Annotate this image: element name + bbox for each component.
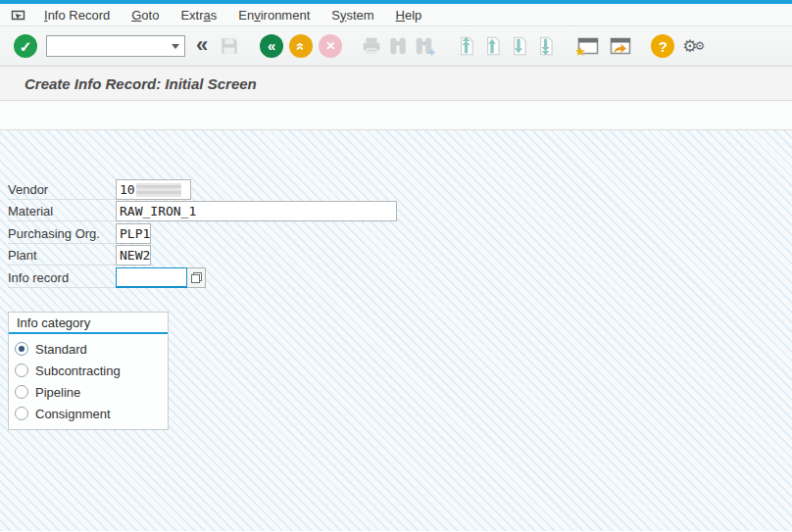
page-down-icon [508, 35, 529, 57]
command-field-wrap [46, 35, 185, 57]
question-mark-icon: ? [659, 39, 668, 54]
printer-icon [361, 35, 382, 57]
menu-goto[interactable]: Goto [121, 8, 170, 23]
purchasing-org-row: Purchasing Org. PLP1 [8, 223, 151, 244]
radio-pipeline[interactable] [15, 385, 28, 399]
gear-icon: ⚙ [682, 36, 694, 56]
menu-environment[interactable]: Environment [227, 8, 321, 23]
menu-system[interactable]: System [321, 8, 384, 23]
vendor-row: Vendor 10 [8, 179, 191, 200]
find-next-button[interactable] [414, 35, 435, 57]
option-subcontracting[interactable]: Subcontracting [15, 360, 162, 381]
find-button[interactable] [387, 35, 409, 57]
vendor-input[interactable]: 10 [116, 179, 191, 200]
first-page-icon [455, 35, 476, 57]
radio-consignment[interactable] [15, 407, 28, 420]
info-record-row: Info record [8, 267, 206, 288]
matchcode-button[interactable] [187, 267, 206, 288]
plant-row: Plant NEW2 [8, 245, 151, 266]
binoculars-plus-icon [414, 35, 435, 57]
next-page-button[interactable] [508, 35, 529, 57]
last-page-icon [534, 35, 556, 57]
material-row: Material RAW_IRON_1 [8, 201, 397, 221]
sap-window: Info Record Goto Extras Environment Syst… [0, 0, 792, 532]
possible-entries-icon [191, 272, 202, 283]
plant-label: Plant [8, 245, 116, 266]
title-bar: Create Info Record: Initial Screen [0, 67, 792, 101]
application-toolbar [0, 101, 792, 130]
info-category-title: Info category [9, 313, 168, 334]
option-consignment[interactable]: Consignment [15, 403, 162, 424]
vendor-label: Vendor [8, 179, 116, 200]
info-record-label: Info record [8, 267, 116, 288]
exit-chevrons-icon: « [294, 42, 309, 50]
redacted-value-block [136, 183, 181, 197]
gear-small-icon: ⚙ [695, 39, 703, 53]
save-button[interactable] [219, 35, 240, 57]
session-menu-icon[interactable] [8, 7, 29, 23]
system-toolbar: ✓ « « « ✕ [0, 26, 792, 67]
menu-bar: Info Record Goto Extras Environment Syst… [0, 4, 792, 26]
back-button[interactable]: « [260, 34, 283, 58]
purchasing-org-label: Purchasing Org. [8, 223, 116, 244]
exit-button[interactable]: « [289, 34, 313, 58]
option-standard[interactable]: Standard [15, 338, 162, 360]
page-up-icon [481, 35, 503, 57]
cancel-x-icon: ✕ [325, 40, 335, 52]
option-pipeline[interactable]: Pipeline [15, 381, 162, 403]
binoculars-icon [387, 35, 409, 57]
customize-layout-button[interactable]: ⚙⚙ [682, 36, 702, 56]
floppy-icon [219, 35, 240, 57]
info-category-groupbox: Info category Standard Subcontracting Pi… [8, 312, 169, 430]
print-button[interactable] [361, 35, 382, 57]
page-title: Create Info Record: Initial Screen [25, 75, 257, 92]
info-record-input[interactable] [116, 267, 187, 288]
content-area: Vendor 10 Material RAW_IRON_1 Purchasing… [0, 130, 792, 531]
enter-button[interactable]: ✓ [14, 34, 37, 58]
new-session-button[interactable]: ★ [574, 35, 600, 57]
plant-input[interactable]: NEW2 [116, 245, 151, 266]
menu-extras[interactable]: Extras [170, 8, 227, 23]
collapse-command-icon[interactable]: « [196, 34, 208, 59]
menu-help[interactable]: Help [385, 8, 433, 23]
check-icon: ✓ [20, 39, 32, 54]
back-chevrons-icon: « [268, 38, 275, 55]
last-page-button[interactable] [534, 35, 556, 57]
cancel-button[interactable]: ✕ [319, 34, 342, 58]
previous-page-button[interactable] [481, 35, 503, 57]
create-shortcut-button[interactable] [607, 35, 632, 57]
radio-standard[interactable] [15, 342, 28, 356]
menu-info-record[interactable]: Info Record [33, 8, 121, 23]
material-input[interactable]: RAW_IRON_1 [116, 201, 397, 221]
star-icon: ★ [574, 45, 586, 58]
radio-subcontracting[interactable] [15, 363, 28, 377]
command-field-input[interactable] [46, 35, 185, 57]
shortcut-window-icon [607, 35, 632, 57]
purchasing-org-input[interactable]: PLP1 [116, 223, 151, 244]
info-category-options: Standard Subcontracting Pipeline Consign… [9, 334, 168, 424]
material-label: Material [8, 201, 116, 221]
first-page-button[interactable] [455, 35, 476, 57]
help-button[interactable]: ? [651, 34, 674, 58]
